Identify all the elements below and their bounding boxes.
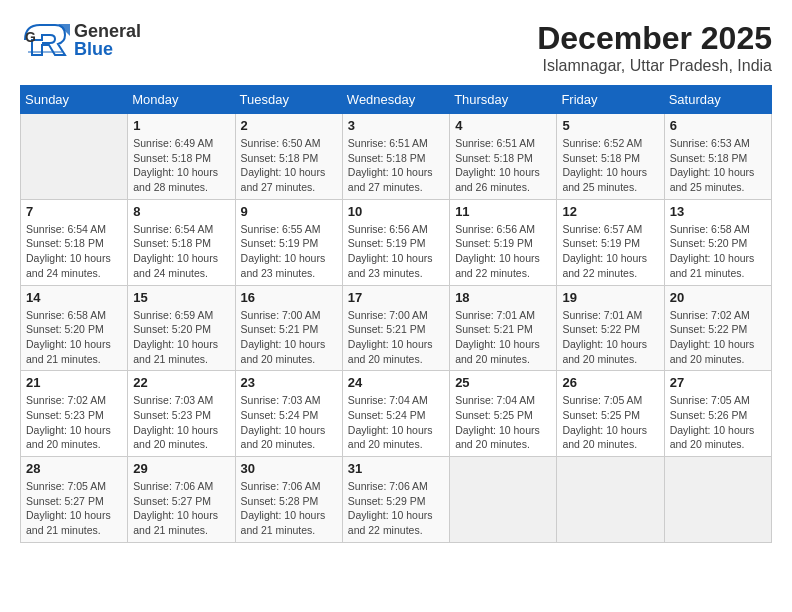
day-number: 12 [562,204,658,219]
day-number: 2 [241,118,337,133]
calendar-cell: 29Sunrise: 7:06 AMSunset: 5:27 PMDayligh… [128,457,235,543]
calendar-cell: 20Sunrise: 7:02 AMSunset: 5:22 PMDayligh… [664,285,771,371]
calendar-cell: 25Sunrise: 7:04 AMSunset: 5:25 PMDayligh… [450,371,557,457]
calendar-cell: 14Sunrise: 6:58 AMSunset: 5:20 PMDayligh… [21,285,128,371]
calendar-cell: 6Sunrise: 6:53 AMSunset: 5:18 PMDaylight… [664,114,771,200]
day-info: Sunrise: 7:05 AMSunset: 5:26 PMDaylight:… [670,393,766,452]
calendar-cell: 27Sunrise: 7:05 AMSunset: 5:26 PMDayligh… [664,371,771,457]
calendar-cell: 26Sunrise: 7:05 AMSunset: 5:25 PMDayligh… [557,371,664,457]
day-number: 15 [133,290,229,305]
day-number: 7 [26,204,122,219]
day-number: 28 [26,461,122,476]
day-info: Sunrise: 7:04 AMSunset: 5:24 PMDaylight:… [348,393,444,452]
calendar-cell: 10Sunrise: 6:56 AMSunset: 5:19 PMDayligh… [342,199,449,285]
day-info: Sunrise: 7:04 AMSunset: 5:25 PMDaylight:… [455,393,551,452]
day-number: 18 [455,290,551,305]
day-number: 24 [348,375,444,390]
day-number: 23 [241,375,337,390]
calendar-cell: 19Sunrise: 7:01 AMSunset: 5:22 PMDayligh… [557,285,664,371]
day-number: 25 [455,375,551,390]
day-number: 30 [241,461,337,476]
calendar-cell: 31Sunrise: 7:06 AMSunset: 5:29 PMDayligh… [342,457,449,543]
calendar-cell: 7Sunrise: 6:54 AMSunset: 5:18 PMDaylight… [21,199,128,285]
header-day-thursday: Thursday [450,86,557,114]
day-info: Sunrise: 7:02 AMSunset: 5:22 PMDaylight:… [670,308,766,367]
day-info: Sunrise: 7:05 AMSunset: 5:25 PMDaylight:… [562,393,658,452]
header-day-monday: Monday [128,86,235,114]
day-info: Sunrise: 7:02 AMSunset: 5:23 PMDaylight:… [26,393,122,452]
calendar-cell: 9Sunrise: 6:55 AMSunset: 5:19 PMDaylight… [235,199,342,285]
calendar-cell: 28Sunrise: 7:05 AMSunset: 5:27 PMDayligh… [21,457,128,543]
day-info: Sunrise: 6:58 AMSunset: 5:20 PMDaylight:… [670,222,766,281]
month-year-title: December 2025 [537,20,772,57]
day-number: 22 [133,375,229,390]
day-number: 1 [133,118,229,133]
day-info: Sunrise: 7:00 AMSunset: 5:21 PMDaylight:… [241,308,337,367]
header-day-saturday: Saturday [664,86,771,114]
day-info: Sunrise: 6:55 AMSunset: 5:19 PMDaylight:… [241,222,337,281]
header-day-sunday: Sunday [21,86,128,114]
day-info: Sunrise: 7:03 AMSunset: 5:24 PMDaylight:… [241,393,337,452]
day-number: 31 [348,461,444,476]
day-info: Sunrise: 6:53 AMSunset: 5:18 PMDaylight:… [670,136,766,195]
logo-name: General Blue [74,22,141,58]
day-info: Sunrise: 6:56 AMSunset: 5:19 PMDaylight:… [455,222,551,281]
calendar-cell [21,114,128,200]
week-row-1: 1Sunrise: 6:49 AMSunset: 5:18 PMDaylight… [21,114,772,200]
logo: G General Blue [20,20,141,60]
day-number: 26 [562,375,658,390]
day-info: Sunrise: 6:51 AMSunset: 5:18 PMDaylight:… [455,136,551,195]
calendar-cell: 1Sunrise: 6:49 AMSunset: 5:18 PMDaylight… [128,114,235,200]
day-info: Sunrise: 6:57 AMSunset: 5:19 PMDaylight:… [562,222,658,281]
week-row-5: 28Sunrise: 7:05 AMSunset: 5:27 PMDayligh… [21,457,772,543]
day-number: 11 [455,204,551,219]
day-number: 3 [348,118,444,133]
calendar-cell: 11Sunrise: 6:56 AMSunset: 5:19 PMDayligh… [450,199,557,285]
calendar-cell: 15Sunrise: 6:59 AMSunset: 5:20 PMDayligh… [128,285,235,371]
svg-text:G: G [25,29,36,45]
calendar-cell: 16Sunrise: 7:00 AMSunset: 5:21 PMDayligh… [235,285,342,371]
calendar-body: 1Sunrise: 6:49 AMSunset: 5:18 PMDaylight… [21,114,772,543]
day-number: 20 [670,290,766,305]
calendar-header: SundayMondayTuesdayWednesdayThursdayFrid… [21,86,772,114]
day-info: Sunrise: 6:56 AMSunset: 5:19 PMDaylight:… [348,222,444,281]
week-row-2: 7Sunrise: 6:54 AMSunset: 5:18 PMDaylight… [21,199,772,285]
calendar-cell [664,457,771,543]
calendar-cell: 8Sunrise: 6:54 AMSunset: 5:18 PMDaylight… [128,199,235,285]
day-number: 4 [455,118,551,133]
calendar-cell [557,457,664,543]
calendar-cell: 24Sunrise: 7:04 AMSunset: 5:24 PMDayligh… [342,371,449,457]
day-number: 17 [348,290,444,305]
day-info: Sunrise: 6:54 AMSunset: 5:18 PMDaylight:… [26,222,122,281]
calendar-cell: 13Sunrise: 6:58 AMSunset: 5:20 PMDayligh… [664,199,771,285]
day-info: Sunrise: 6:54 AMSunset: 5:18 PMDaylight:… [133,222,229,281]
week-row-3: 14Sunrise: 6:58 AMSunset: 5:20 PMDayligh… [21,285,772,371]
day-number: 13 [670,204,766,219]
day-info: Sunrise: 6:49 AMSunset: 5:18 PMDaylight:… [133,136,229,195]
title-block: December 2025 Islamnagar, Uttar Pradesh,… [537,20,772,75]
calendar-cell: 30Sunrise: 7:06 AMSunset: 5:28 PMDayligh… [235,457,342,543]
calendar-cell: 18Sunrise: 7:01 AMSunset: 5:21 PMDayligh… [450,285,557,371]
day-info: Sunrise: 7:00 AMSunset: 5:21 PMDaylight:… [348,308,444,367]
calendar-cell: 22Sunrise: 7:03 AMSunset: 5:23 PMDayligh… [128,371,235,457]
day-info: Sunrise: 7:01 AMSunset: 5:22 PMDaylight:… [562,308,658,367]
day-info: Sunrise: 7:01 AMSunset: 5:21 PMDaylight:… [455,308,551,367]
week-row-4: 21Sunrise: 7:02 AMSunset: 5:23 PMDayligh… [21,371,772,457]
calendar-cell: 12Sunrise: 6:57 AMSunset: 5:19 PMDayligh… [557,199,664,285]
day-number: 29 [133,461,229,476]
day-number: 14 [26,290,122,305]
day-number: 16 [241,290,337,305]
day-info: Sunrise: 6:51 AMSunset: 5:18 PMDaylight:… [348,136,444,195]
day-number: 21 [26,375,122,390]
day-info: Sunrise: 7:03 AMSunset: 5:23 PMDaylight:… [133,393,229,452]
logo-blue-text: Blue [74,40,141,58]
day-info: Sunrise: 6:59 AMSunset: 5:20 PMDaylight:… [133,308,229,367]
calendar-cell: 5Sunrise: 6:52 AMSunset: 5:18 PMDaylight… [557,114,664,200]
logo-general-text: General [74,22,141,40]
calendar-cell: 2Sunrise: 6:50 AMSunset: 5:18 PMDaylight… [235,114,342,200]
header-day-tuesday: Tuesday [235,86,342,114]
day-info: Sunrise: 7:06 AMSunset: 5:27 PMDaylight:… [133,479,229,538]
calendar-cell: 3Sunrise: 6:51 AMSunset: 5:18 PMDaylight… [342,114,449,200]
day-info: Sunrise: 7:05 AMSunset: 5:27 PMDaylight:… [26,479,122,538]
calendar-table: SundayMondayTuesdayWednesdayThursdayFrid… [20,85,772,543]
